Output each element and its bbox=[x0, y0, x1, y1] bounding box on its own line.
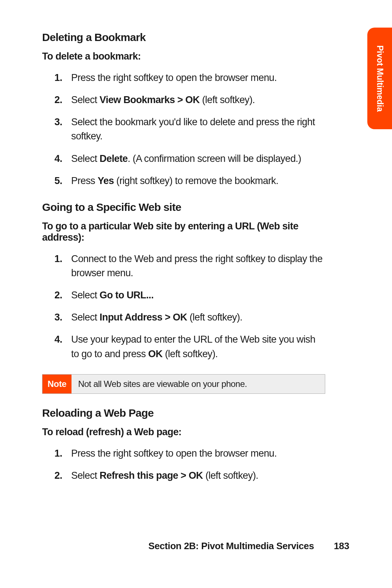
section-subheading: To reload (refresh) a Web page: bbox=[42, 426, 325, 438]
section-heading: Deleting a Bookmark bbox=[42, 31, 325, 44]
page-content: Deleting a BookmarkTo delete a bookmark:… bbox=[42, 31, 325, 496]
step-number: 2. bbox=[54, 93, 62, 107]
side-tab-label: Pivot Multimedia bbox=[375, 45, 385, 112]
section-subheading: To delete a bookmark: bbox=[42, 51, 325, 62]
step-number: 1. bbox=[54, 446, 62, 461]
step-number: 1. bbox=[54, 252, 62, 266]
list-item: 1.Press the right softkey to open the br… bbox=[42, 446, 325, 461]
step-number: 3. bbox=[54, 115, 62, 129]
list-item: 4.Select Delete. (A confirmation screen … bbox=[42, 152, 325, 166]
bold-text: Delete bbox=[99, 153, 127, 164]
list-item: 3.Select the bookmark you'd like to dele… bbox=[42, 115, 325, 143]
step-number: 2. bbox=[54, 288, 62, 302]
list-item: 3.Select Input Address > OK (left softke… bbox=[42, 310, 325, 324]
steps-list: 1.Press the right softkey to open the br… bbox=[42, 446, 325, 483]
bold-text: View Bookmarks > OK bbox=[99, 94, 199, 105]
bold-text: Input Address > OK bbox=[99, 312, 187, 323]
bold-text: OK bbox=[148, 348, 162, 359]
section-subheading: To go to a particular Web site by enteri… bbox=[42, 221, 325, 243]
footer-section-label: Section 2B: Pivot Multimedia Services bbox=[148, 540, 314, 551]
section-heading: Going to a Specific Web site bbox=[42, 201, 325, 213]
list-item: 1.Press the right softkey to open the br… bbox=[42, 71, 325, 85]
bold-text: Yes bbox=[98, 175, 114, 186]
step-number: 2. bbox=[54, 469, 62, 483]
list-item: 2.Select Refresh this page > OK (left so… bbox=[42, 469, 325, 483]
side-tab: Pivot Multimedia bbox=[367, 28, 392, 129]
step-number: 1. bbox=[54, 71, 62, 85]
list-item: 2.Select View Bookmarks > OK (left softk… bbox=[42, 93, 325, 107]
page-footer: Section 2B: Pivot Multimedia Services 18… bbox=[0, 540, 392, 552]
note-box: NoteNot all Web sites are viewable on yo… bbox=[42, 374, 325, 394]
note-label: Note bbox=[42, 375, 72, 393]
step-number: 4. bbox=[54, 152, 62, 166]
footer-page-number: 183 bbox=[334, 540, 349, 551]
step-number: 3. bbox=[54, 310, 62, 324]
note-text: Not all Web sites are viewable on your p… bbox=[72, 375, 325, 393]
bold-text: Refresh this page > OK bbox=[99, 470, 203, 481]
bold-text: Go to URL... bbox=[99, 290, 154, 301]
list-item: 4.Use your keypad to enter the URL of th… bbox=[42, 332, 325, 361]
steps-list: 1.Connect to the Web and press the right… bbox=[42, 252, 325, 361]
step-number: 5. bbox=[54, 174, 62, 188]
step-number: 4. bbox=[54, 332, 62, 347]
list-item: 2.Select Go to URL... bbox=[42, 288, 325, 302]
section-heading: Reloading a Web Page bbox=[42, 407, 325, 419]
list-item: 5.Press Yes (right softkey) to remove th… bbox=[42, 174, 325, 188]
list-item: 1.Connect to the Web and press the right… bbox=[42, 252, 325, 280]
steps-list: 1.Press the right softkey to open the br… bbox=[42, 71, 325, 188]
